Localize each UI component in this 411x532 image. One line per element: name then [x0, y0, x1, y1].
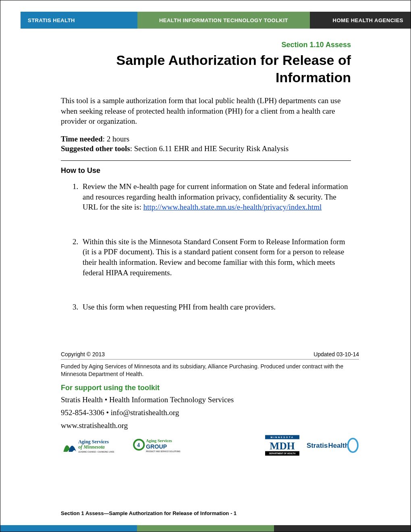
page-title: Sample Authorization for Release of Info… — [61, 52, 351, 86]
step-1: Review the MN e-health page for current … — [80, 181, 351, 212]
ehealth-link[interactable]: http://www.health.state.mn.us/e-health/p… — [143, 203, 322, 211]
svg-text:DEPARTMENT OF HEALTH: DEPARTMENT OF HEALTH — [269, 452, 295, 455]
svg-text:Aging Services: Aging Services — [78, 439, 109, 445]
svg-text:Aging Services: Aging Services — [146, 438, 172, 443]
svg-text:of Minnesota: of Minnesota — [78, 444, 105, 450]
header-right: HOME HEALTH AGENCIES — [310, 12, 411, 29]
header-center: HEALTH INFORMATION TECHNOLOGY TOOLKIT — [137, 12, 310, 29]
page-footer-text: Section 1 Assess—Sample Authorization fo… — [61, 510, 237, 516]
logo-row: Aging Services of Minnesota LEADING CHAN… — [61, 435, 359, 456]
header-bar: STRATIS HEALTH HEALTH INFORMATION TECHNO… — [21, 12, 411, 29]
time-needed: Time needed: 2 hours — [61, 135, 351, 143]
divider — [61, 160, 351, 161]
svg-text:Stratis: Stratis — [307, 442, 328, 449]
footer-block: Copyright © 2013 Updated 03-10-14 Funded… — [61, 351, 359, 456]
time-needed-label: Time needed — [61, 135, 103, 143]
svg-text:4: 4 — [137, 442, 140, 448]
svg-text:MINNESOTA: MINNESOTA — [270, 436, 294, 438]
svg-text:PRODUCT AND SERVICE SOLUTIONS: PRODUCT AND SERVICE SOLUTIONS — [146, 451, 180, 453]
funding-text: Funded by Aging Services of Minnesota an… — [61, 363, 359, 378]
header-left: STRATIS HEALTH — [21, 12, 137, 29]
asm-tagline: LEADING CHANGE • CHANGING LIVES — [78, 451, 114, 453]
meta-block: Time needed: 2 hours Suggested other too… — [61, 135, 351, 153]
stratis-health-logo: Stratis Health — [307, 435, 359, 456]
svg-text:MDH: MDH — [270, 440, 295, 452]
support-org: Stratis Health • Health Information Tech… — [61, 395, 359, 404]
suggested-value: : Section 6.11 EHR and HIE Security Risk… — [130, 144, 289, 153]
updated-text: Updated 03-10-14 — [313, 351, 359, 357]
aging-services-mn-logo: Aging Services of Minnesota LEADING CHAN… — [61, 435, 125, 456]
support-phone: 952-854-3306 • info@stratishealth.org — [61, 408, 359, 417]
svg-text:GROUP: GROUP — [146, 443, 167, 450]
suggested-label: Suggested other tools — [61, 144, 130, 153]
step-2: Within this site is the Minnesota Standa… — [80, 237, 351, 278]
bottom-stripe — [0, 525, 411, 532]
mdh-logo: MINNESOTA MDH DEPARTMENT OF HEALTH — [265, 435, 299, 456]
support-heading: For support using the toolkit — [61, 384, 359, 392]
how-to-use-heading: How to Use — [61, 166, 351, 175]
copyright-text: Copyright © 2013 — [61, 351, 105, 357]
copyright-row: Copyright © 2013 Updated 03-10-14 — [61, 351, 359, 360]
steps-list: Review the MN e-health page for current … — [61, 181, 351, 312]
document-page: STRATIS HEALTH HEALTH INFORMATION TECHNO… — [0, 0, 411, 532]
time-needed-value: : 2 hours — [103, 135, 130, 143]
aging-services-group-logo: 4 Aging Services GROUP PRODUCT AND SERVI… — [133, 435, 193, 456]
main-content: Section 1.10 Assess Sample Authorization… — [61, 41, 351, 337]
intro-paragraph: This tool is a sample authorization form… — [61, 96, 351, 127]
section-label: Section 1.10 Assess — [61, 41, 351, 49]
svg-point-14 — [348, 438, 357, 452]
suggested-tools: Suggested other tools: Section 6.11 EHR … — [61, 144, 351, 153]
svg-text:Health: Health — [328, 442, 349, 449]
support-url: www.stratishealth.org — [61, 421, 359, 430]
step-3: Use this form when requesting PHI from h… — [80, 302, 351, 312]
